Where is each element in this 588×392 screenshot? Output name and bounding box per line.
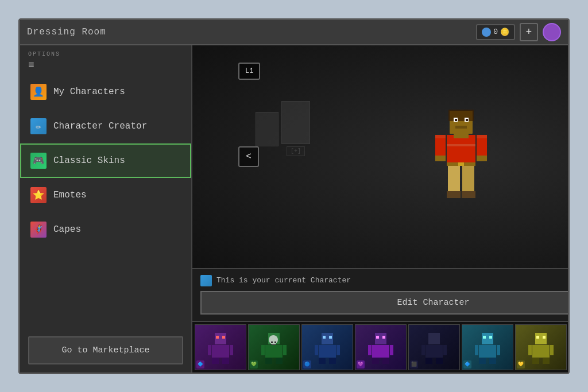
svg-rect-16 [447,191,461,198]
svg-rect-38 [274,341,276,343]
svg-rect-69 [489,336,492,339]
svg-rect-55 [382,336,385,339]
my-characters-label: My Characters [53,87,125,97]
currency-badge: 0 🪙 [476,24,515,40]
svg-rect-52 [372,358,379,364]
profile-button[interactable] [543,23,561,41]
edit-character-button[interactable]: Edit Character [200,291,568,315]
svg-rect-54 [376,336,379,339]
svg-rect-46 [323,336,326,339]
svg-rect-29 [222,336,225,339]
skin-badge-2: 💚 [250,360,258,368]
minecraft-character-svg [430,105,493,208]
svg-rect-41 [319,345,336,358]
svg-rect-57 [425,345,443,358]
svg-rect-60 [425,358,432,364]
sidebar-item-classic-skins[interactable]: 🎮 Classic Skins [20,143,191,178]
title-bar: Dressing Room 0 🪙 + [20,20,568,45]
l1-button[interactable]: L1 [238,63,260,80]
skin-thumb-5[interactable]: ⬛ [408,324,460,370]
right-panel: L1 R1 < > [+] [+] [192,45,568,372]
skin-thumb-7[interactable]: 💛 [515,324,567,370]
skin-thumb-2[interactable]: 💚 [248,324,300,370]
svg-rect-58 [421,345,425,355]
svg-rect-42 [315,345,318,355]
svg-rect-59 [443,345,447,355]
svg-rect-31 [265,345,283,358]
skin-thumb-1[interactable]: 🔷 [195,324,246,370]
svg-rect-74 [532,358,539,364]
svg-rect-23 [212,345,229,358]
action-buttons: Edit Character 🗑 ⓘ [200,291,568,315]
character-creator-icon: ✏️ [30,118,47,134]
capes-label: Capes [53,224,81,235]
info-panel: This is your current Character Edit Char… [192,268,568,321]
svg-rect-37 [271,341,273,343]
sidebar-item-my-characters[interactable]: 👤 My Characters [20,75,191,109]
svg-rect-33 [283,345,287,355]
svg-point-36 [269,335,278,344]
svg-rect-51 [390,345,393,355]
svg-rect-56 [428,333,440,344]
coin-icon-2: 🪙 [500,28,509,37]
svg-rect-14 [448,164,460,196]
svg-rect-67 [489,358,496,364]
svg-rect-28 [216,336,219,339]
skin-badge-4: 💜 [357,360,365,368]
currency-amount: 0 [493,28,498,36]
svg-rect-20 [435,135,446,138]
svg-rect-8 [454,134,469,138]
svg-rect-6 [455,126,467,129]
svg-rect-68 [483,336,486,339]
marketplace-button[interactable]: Go to Marketplace [28,336,183,364]
svg-rect-75 [543,358,550,364]
svg-rect-47 [329,336,332,339]
svg-rect-34 [265,358,272,364]
options-header: OPTIONS ≡ [20,45,191,75]
svg-rect-71 [532,345,550,358]
svg-rect-73 [550,345,554,355]
skin-thumb-4[interactable]: 💜 [355,324,407,370]
current-char-text: This is your current Character [216,276,351,285]
ghost-character-left: [+] [281,101,310,156]
skin-thumb-6[interactable]: 🔷 [462,324,513,370]
svg-rect-21 [477,135,487,138]
svg-rect-4 [455,119,457,121]
sidebar-item-emotes[interactable]: ⭐ Emotes [20,178,191,212]
current-character-label: This is your current Character [200,275,568,286]
options-label: OPTIONS [28,51,183,57]
svg-rect-77 [543,336,546,339]
emotes-label: Emotes [53,190,87,200]
emotes-icon: ⭐ [30,187,47,203]
svg-rect-12 [435,156,446,161]
svg-rect-39 [272,344,276,345]
main-content: OPTIONS ≡ 👤 My Characters ✏️ Character C… [20,45,568,372]
svg-rect-43 [336,345,340,355]
svg-rect-50 [368,345,372,355]
hamburger-button[interactable]: ≡ [28,60,183,71]
svg-rect-35 [276,358,283,364]
svg-rect-15 [462,164,474,196]
svg-rect-7 [447,135,475,164]
left-arrow-button[interactable]: < [238,146,259,167]
svg-rect-63 [479,345,496,358]
nav-items: 👤 My Characters ✏️ Character Creator 🎮 C… [20,75,191,328]
sidebar-item-capes[interactable]: 🦸 Capes [20,212,191,247]
svg-rect-13 [477,156,487,161]
sidebar: OPTIONS ≡ 👤 My Characters ✏️ Character C… [20,45,192,372]
svg-rect-66 [479,358,486,364]
svg-rect-76 [536,336,539,339]
dressing-room-window: Dressing Room 0 🪙 + OPTIONS ≡ 👤 My Chara [18,18,570,374]
add-currency-button[interactable]: + [520,23,538,41]
character-area: L1 R1 < > [+] [+] [192,45,568,268]
char-label-icon [200,275,212,286]
svg-rect-1 [448,110,474,121]
capes-icon: 🦸 [30,222,47,238]
svg-rect-25 [230,345,233,355]
sidebar-item-character-creator[interactable]: ✏️ Character Creator [20,109,191,143]
svg-rect-27 [222,358,229,364]
svg-rect-17 [462,191,475,198]
ghost-left-add-label[interactable]: [+] [287,146,305,156]
skin-thumb-3[interactable]: 🔵 [301,324,353,370]
svg-rect-72 [528,345,532,355]
